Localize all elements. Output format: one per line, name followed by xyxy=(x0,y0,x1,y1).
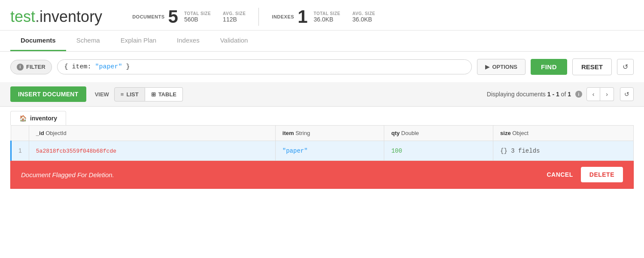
documents-stat: DOCUMENTS 5 TOTAL SIZE 560B AVG. SIZE 11… xyxy=(119,8,258,26)
avg-size-value: 112B xyxy=(223,16,237,23)
next-page-button[interactable]: › xyxy=(600,87,614,101)
options-triangle-icon: ▶ xyxy=(485,64,489,70)
header: test.inventory DOCUMENTS 5 TOTAL SIZE 56… xyxy=(0,0,644,31)
col-id: _id ObjectId xyxy=(29,126,275,141)
reload-button[interactable]: ↺ xyxy=(620,87,634,101)
table-label: TABLE xyxy=(158,91,176,98)
total-size-value: 560B xyxy=(184,16,198,23)
tab-indexes[interactable]: Indexes xyxy=(167,31,210,51)
options-label: OPTIONS xyxy=(492,64,517,70)
list-label: LIST xyxy=(126,91,138,98)
tabs-bar: Documents Schema Explain Plan Indexes Va… xyxy=(0,31,644,52)
cancel-delete-button[interactable]: CANCEL xyxy=(539,168,580,181)
data-table: _id ObjectId item String qty Double size… xyxy=(10,125,634,161)
cell-qty: 100 xyxy=(384,141,493,161)
indexes-label: INDEXES xyxy=(272,14,294,19)
total-size-stat: TOTAL SIZE 560B xyxy=(184,11,211,23)
collection-tab-icon: 🏠 xyxy=(19,115,27,122)
displaying-text: Displaying documents 1 - 1 of 1 xyxy=(487,91,571,98)
table-icon: ⊞ xyxy=(151,91,156,98)
filter-info-icon: i xyxy=(17,64,24,71)
options-button[interactable]: ▶ OPTIONS xyxy=(477,59,526,75)
table-view-button[interactable]: ⊞ TABLE xyxy=(145,87,183,101)
total-size-label: TOTAL SIZE xyxy=(184,11,211,16)
cell-item: "paper" xyxy=(275,141,384,161)
history-button[interactable]: ↺ xyxy=(617,59,634,75)
avg-size-label: AVG. SIZE xyxy=(223,11,246,16)
indexes-total-size-value: 36.0KB xyxy=(313,16,333,23)
document-area: 🏠 inventory _id ObjectId item String qty… xyxy=(0,107,644,189)
indexes-count: 1 xyxy=(298,8,307,26)
filter-button[interactable]: i FILTER xyxy=(10,60,52,74)
table-row[interactable]: 1 5a2818fcb3559f048b68fcde "paper" 100 {… xyxy=(11,141,634,161)
view-toggle: ≡ LIST ⊞ TABLE xyxy=(114,87,183,101)
title-name: inventory xyxy=(39,8,102,25)
tab-schema[interactable]: Schema xyxy=(66,31,110,51)
reset-button[interactable]: RESET xyxy=(572,58,612,75)
object-id-value: 5a2818fcb3559f048b68fcde xyxy=(36,148,116,154)
row-number: 1 xyxy=(11,141,29,161)
action-bar: INSERT DOCUMENT VIEW ≡ LIST ⊞ TABLE Disp… xyxy=(0,82,644,107)
documents-count: 5 xyxy=(168,8,178,26)
collection-tab-label: inventory xyxy=(30,115,57,122)
indexes-avg-size-value: 36.0KB xyxy=(352,16,372,23)
table-header-row: _id ObjectId item String qty Double size… xyxy=(11,126,634,141)
documents-sub-stats: TOTAL SIZE 560B AVG. SIZE 112B xyxy=(184,11,246,23)
indexes-sub-pair: TOTAL SIZE 36.0KB AVG. SIZE 36.0KB xyxy=(313,11,375,23)
filter-brace-open: { item: xyxy=(64,63,95,71)
list-icon: ≡ xyxy=(121,91,124,98)
col-qty: qty Double xyxy=(384,126,493,141)
deletion-banner: Document Flagged For Deletion. CANCEL DE… xyxy=(10,161,634,189)
col-item: item String xyxy=(275,126,384,141)
confirm-delete-button[interactable]: DELETE xyxy=(581,167,623,182)
title-dot: . xyxy=(35,8,39,25)
title-test: test xyxy=(10,8,35,25)
stats-group: DOCUMENTS 5 TOTAL SIZE 560B AVG. SIZE 11… xyxy=(119,8,388,26)
filter-bar[interactable]: { item: "paper" } xyxy=(57,59,472,74)
indexes-avg-size-stat: AVG. SIZE 36.0KB xyxy=(352,11,375,23)
indexes-total-size-stat: TOTAL SIZE 36.0KB xyxy=(313,11,340,23)
indexes-sub-stats: TOTAL SIZE 36.0KB AVG. SIZE 36.0KB xyxy=(313,11,375,23)
avg-size-stat: AVG. SIZE 112B xyxy=(223,11,246,23)
size-value: {} 3 fields xyxy=(500,147,540,154)
find-button[interactable]: FIND xyxy=(531,59,567,75)
deletion-message: Document Flagged For Deletion. xyxy=(21,171,539,178)
pagination-info-icon: i xyxy=(575,91,582,98)
col-size: size Object xyxy=(493,126,634,141)
tab-validation[interactable]: Validation xyxy=(210,31,258,51)
qty-value: 100 xyxy=(391,147,402,154)
collection-title: test.inventory xyxy=(10,8,102,26)
cell-size: {} 3 fields xyxy=(493,141,634,161)
pagination-info: Displaying documents 1 - 1 of 1 i ‹ › ↺ xyxy=(487,87,634,101)
prev-page-button[interactable]: ‹ xyxy=(586,87,600,101)
filter-label: FILTER xyxy=(26,64,46,70)
filter-string-value: "paper" xyxy=(95,63,122,71)
list-view-button[interactable]: ≡ LIST xyxy=(114,87,145,101)
indexes-stat: INDEXES 1 TOTAL SIZE 36.0KB AVG. SIZE 36… xyxy=(258,8,388,26)
filter-toolbar: i FILTER { item: "paper" } ▶ OPTIONS FIN… xyxy=(0,52,644,82)
cell-id: 5a2818fcb3559f048b68fcde xyxy=(29,141,275,161)
documents-label: DOCUMENTS xyxy=(132,14,164,19)
page-nav-group: ‹ › xyxy=(586,87,614,101)
insert-document-button[interactable]: INSERT DOCUMENT xyxy=(10,86,86,102)
view-label: VIEW xyxy=(95,91,109,98)
item-value: "paper" xyxy=(283,147,308,154)
tab-documents[interactable]: Documents xyxy=(10,31,66,51)
documents-sub-pair: TOTAL SIZE 560B AVG. SIZE 112B xyxy=(184,11,246,23)
collection-tab: 🏠 inventory xyxy=(10,111,66,125)
indexes-total-size-label: TOTAL SIZE xyxy=(313,11,340,16)
tab-explain-plan[interactable]: Explain Plan xyxy=(110,31,167,51)
col-row-num xyxy=(11,126,29,141)
filter-brace-close: } xyxy=(122,63,130,71)
indexes-avg-size-label: AVG. SIZE xyxy=(352,11,375,16)
